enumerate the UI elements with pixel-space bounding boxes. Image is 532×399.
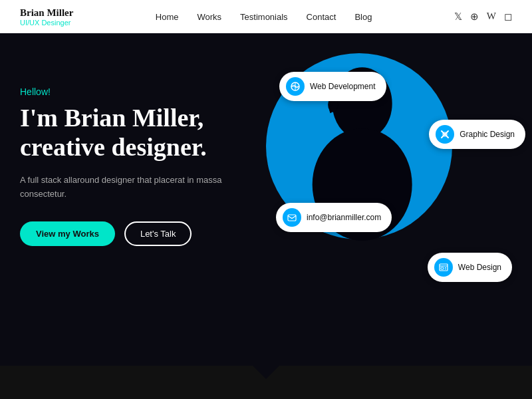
- hero-section: Hellow! I'm Brian Miller,creative design…: [0, 33, 532, 366]
- brand-subtitle: UI/UX Desinger: [20, 19, 73, 27]
- social-icons: 𝕏 ⊕ W ◻: [454, 11, 512, 23]
- twitter-icon[interactable]: 𝕏: [454, 11, 462, 23]
- badge-graphic-design-label: Graphic Design: [460, 130, 515, 139]
- dribbble-icon[interactable]: ⊕: [470, 11, 479, 23]
- nav-blog[interactable]: Blog: [354, 12, 372, 22]
- hero-title: I'm Brian Miller,creative designer.: [20, 104, 233, 162]
- svg-rect-13: [441, 267, 444, 269]
- brand: Brian Miller UI/UX Desinger: [20, 7, 73, 27]
- hero-buttons: View my Works Let's Talk: [20, 221, 233, 246]
- hero-content: Hellow! I'm Brian Miller,creative design…: [20, 86, 233, 246]
- hero-description: A full stack allaround designer that pla…: [20, 174, 233, 201]
- svg-rect-10: [288, 215, 296, 221]
- brand-name: Brian Miller: [20, 7, 73, 19]
- hello-text: Hellow!: [20, 86, 233, 97]
- nav-testimonials[interactable]: Testimonials: [240, 12, 288, 22]
- instagram-icon[interactable]: ◻: [504, 11, 512, 23]
- nav-home[interactable]: Home: [156, 12, 179, 22]
- graphic-design-icon: [436, 125, 454, 144]
- web-development-icon: [286, 77, 305, 96]
- bottom-triangle: [253, 366, 279, 379]
- badge-web-development-label: Web Development: [310, 82, 376, 91]
- badge-graphic-design: Graphic Design: [429, 120, 525, 149]
- navbar: Brian Miller UI/UX Desinger Home Works T…: [0, 0, 532, 33]
- badge-web-design-label: Web Design: [458, 263, 501, 272]
- nav-works[interactable]: Works: [197, 12, 221, 22]
- badge-web-development: Web Development: [279, 72, 386, 101]
- bottom-section: [0, 366, 532, 399]
- email-icon: [283, 208, 301, 227]
- nav-links: Home Works Testimonials Contact Blog: [156, 11, 372, 23]
- lets-talk-button[interactable]: Let's Talk: [124, 221, 192, 246]
- nav-contact[interactable]: Contact: [307, 12, 336, 22]
- wordpress-icon[interactable]: W: [487, 11, 496, 22]
- view-works-button[interactable]: View my Works: [20, 221, 115, 246]
- web-design-icon: [434, 258, 453, 277]
- badge-email: info@brianmiller.com: [276, 203, 392, 232]
- badge-web-design: Web Design: [428, 253, 512, 282]
- badge-email-label: info@brianmiller.com: [307, 213, 381, 222]
